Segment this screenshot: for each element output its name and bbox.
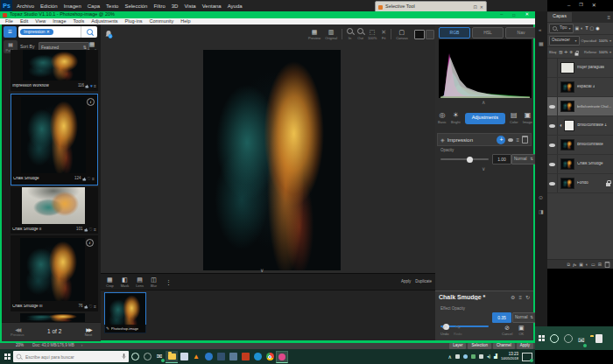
channel-button[interactable]: Channel xyxy=(493,343,515,349)
blend-mode-select[interactable]: Oscurecer▾ xyxy=(549,36,580,46)
menu-texto[interactable]: Texto xyxy=(106,4,118,9)
layer-row-mujer-paraguas[interactable]: mujer paraguas xyxy=(547,59,613,78)
menu-edicion[interactable]: Edición xyxy=(40,4,58,9)
topaz-menu-adjustments[interactable]: Adjustments xyxy=(91,19,117,24)
menu-ayuda[interactable]: Ayuda xyxy=(228,4,243,9)
preset-thumbnail[interactable] xyxy=(22,187,85,224)
impression-panel-header[interactable]: ◈ Impression + ≡ xyxy=(437,133,532,146)
favorite-icon[interactable]: ♡ xyxy=(88,177,91,181)
preset-menu-icon[interactable]: ≡ xyxy=(94,84,96,88)
tab-nav[interactable]: Nav xyxy=(505,27,537,38)
remote-monitor-icon[interactable] xyxy=(522,353,532,361)
delete-adjustment-icon[interactable] xyxy=(522,136,528,144)
more-tools-icon[interactable]: ⋮ xyxy=(166,279,172,285)
app1-button[interactable] xyxy=(202,351,215,363)
apply-button[interactable]: Apply xyxy=(401,280,411,284)
split-view-button[interactable] xyxy=(426,30,434,39)
preset-thumbnail[interactable] xyxy=(23,50,86,80)
fill-value[interactable]: 100% xyxy=(599,51,608,54)
layer-row-fondo[interactable]: Fondo xyxy=(547,174,613,193)
mail-button[interactable]: ✉ xyxy=(153,351,166,363)
visibility-icon[interactable] xyxy=(508,138,513,142)
taskbar-search[interactable] xyxy=(13,351,129,362)
topaz-menu-image[interactable]: Image xyxy=(53,19,66,24)
filter-type-dropdown[interactable]: Tipo ▾ xyxy=(549,24,574,33)
collapse-panels-icon[interactable]: « xyxy=(539,27,541,32)
layer-thumbnail[interactable] xyxy=(560,178,574,189)
selection-button[interactable]: Selection xyxy=(468,343,491,349)
main-preview-image[interactable] xyxy=(203,50,341,270)
preset-menu-icon[interactable]: ≡ xyxy=(94,228,96,232)
layer-name[interactable]: Chalk Smudge xyxy=(577,162,603,166)
cortana-button[interactable] xyxy=(129,351,141,363)
network-icon[interactable]: ▟ xyxy=(494,354,497,359)
zoom-100-button[interactable]: ⬚100% xyxy=(368,29,377,40)
taskbar-search-input[interactable] xyxy=(24,354,120,360)
preset-card-chalk-smudge-2[interactable]: Chalk Smudge II 101 ♡ ≡ xyxy=(11,187,98,234)
duplicate-button[interactable]: Duplicate xyxy=(415,280,432,284)
apply-button[interactable]: Apply xyxy=(517,343,533,349)
info-icon[interactable]: i xyxy=(87,98,95,106)
visibility-toggle[interactable] xyxy=(547,155,558,173)
undo-button[interactable]: ↶Undo xyxy=(440,325,449,336)
layer-thumbnail[interactable] xyxy=(560,62,574,74)
tab-rgb[interactable]: RGB xyxy=(439,27,470,38)
menu-archivo[interactable]: Archivo xyxy=(17,4,34,9)
history-icon[interactable]: ⊙ xyxy=(539,195,543,200)
layer-thumbnail[interactable] xyxy=(560,158,574,170)
menu-3d[interactable]: 3D xyxy=(172,4,179,9)
favorite-icon[interactable]: ♡ xyxy=(89,228,93,232)
layer-row-chalk-smudge[interactable]: Chalk Smudge xyxy=(547,155,613,174)
preset-thumbnail[interactable] xyxy=(20,238,85,301)
tray-icon-3[interactable] xyxy=(471,354,476,359)
layer-thumbnail[interactable] xyxy=(560,101,574,112)
windows-logo-icon[interactable] xyxy=(539,335,545,341)
explorer-button[interactable] xyxy=(166,351,178,363)
tray-icon-2[interactable] xyxy=(463,354,468,359)
effect-opacity-value[interactable]: 0.35 xyxy=(492,312,511,323)
link-layers-icon[interactable]: ⧉ xyxy=(567,262,571,267)
menu-filtro[interactable]: Filtro xyxy=(153,4,165,9)
layer-name[interactable]: brillo/contraste Chalk Smudge II xyxy=(577,105,613,108)
tray-icon-4[interactable] xyxy=(479,354,483,359)
menu-imagen[interactable]: Imagen xyxy=(64,4,81,9)
app-icon[interactable] xyxy=(595,334,602,343)
topaz-menu-view[interactable]: View xyxy=(35,19,46,24)
vlc-button[interactable]: ▲ xyxy=(190,351,202,363)
layer-mask-thumbnail[interactable] xyxy=(564,120,574,131)
notification-bell-icon[interactable]: i xyxy=(104,26,113,35)
original-button[interactable]: ▥Original xyxy=(325,29,337,40)
preset-card-chalk-smudge-3[interactable]: i Chalk Smudge III 76 ♡ ≡ xyxy=(11,235,98,312)
adjustment-toggle-icon[interactable]: ◈ xyxy=(440,137,445,143)
opacity-value[interactable]: 1.00 xyxy=(492,154,511,164)
start-button[interactable] xyxy=(1,351,13,363)
preset-card-chalk-smudge[interactable]: i Chalk Smudge 124 ♡ ≡ xyxy=(11,94,98,186)
filter-adjustment-icon[interactable]: ◐ xyxy=(581,26,583,31)
layer-name[interactable]: Brillo/contraste 1 xyxy=(577,123,607,128)
search-tag[interactable]: Impression ✕ xyxy=(20,29,53,35)
panel-menu-icon[interactable]: ≡ xyxy=(607,15,610,20)
preview-button[interactable]: ▦Preview xyxy=(308,29,321,40)
opacity-slider-handle[interactable] xyxy=(467,157,473,163)
new-group-icon[interactable]: ▭ xyxy=(591,262,595,267)
layer-name[interactable]: espacial 3 xyxy=(577,85,595,89)
color-tool-button[interactable]: ▤Color xyxy=(510,112,518,124)
redo-button[interactable]: ↷Redo xyxy=(454,325,462,336)
microphone-icon[interactable] xyxy=(122,354,126,360)
mail-button[interactable]: ✉ xyxy=(578,331,585,346)
active-app-button[interactable] xyxy=(276,351,288,363)
opacity-value[interactable]: 100% xyxy=(599,39,608,43)
single-view-button[interactable] xyxy=(414,30,425,39)
filter-type-icon[interactable]: T xyxy=(585,26,588,31)
visibility-toggle[interactable] xyxy=(547,59,558,77)
layer-name[interactable]: mujer paraguas xyxy=(577,66,604,70)
filter-pin-icon[interactable]: ◉ xyxy=(595,26,599,31)
preset-thumbnail[interactable] xyxy=(21,97,86,173)
layers-tab[interactable]: Capas xyxy=(547,12,572,22)
lock-transparency-icon[interactable]: ▨ xyxy=(559,51,562,55)
crop-tool-button[interactable]: ▦Crop xyxy=(106,276,114,288)
app2-button[interactable] xyxy=(215,351,227,363)
maximize-icon[interactable]: ❐ xyxy=(579,3,582,7)
preset-card-impression-workflow[interactable]: Impression Workflow 116 ♥ ≡ xyxy=(11,50,98,91)
cortana-icon[interactable] xyxy=(550,334,559,343)
